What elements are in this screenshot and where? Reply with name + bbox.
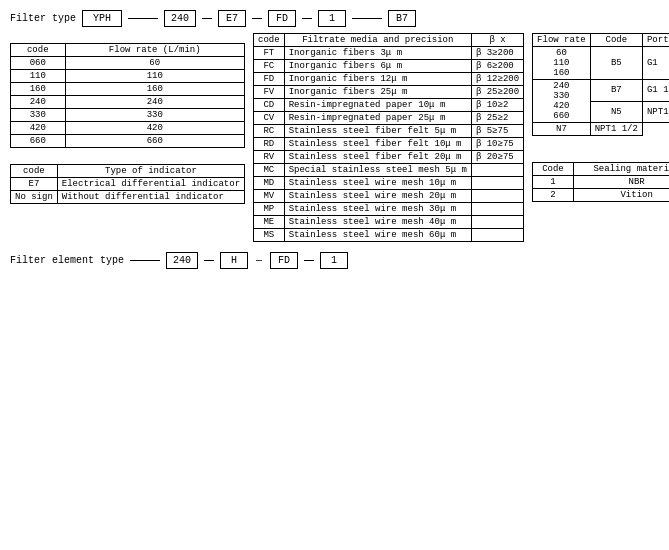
table-row: FCInorganic fibers 6μ mβ 6≥200 [254, 60, 524, 73]
footer-box3: FD [270, 252, 298, 269]
table-row: 330330 [11, 109, 245, 122]
footer-dash: — [256, 255, 262, 266]
top-row: Filter type YPH 240 E7 FD 1 B7 [10, 10, 659, 27]
table-row: 110110 [11, 70, 245, 83]
table-row: FDInorganic fibers 12μ mβ 12≥200 [254, 73, 524, 86]
table-row: 240240 [11, 96, 245, 109]
table-row: 660660 [11, 135, 245, 148]
indicator-col1: code [11, 165, 58, 178]
table-row: 2Vition [533, 189, 669, 202]
table-row: RCStainless steel fiber felt 5μ mβ 5≥75 [254, 125, 524, 138]
box3: FD [268, 10, 296, 27]
filter-media-table: code Filtrate media and precision β x FT… [253, 33, 524, 242]
seal-col1: Code [533, 163, 574, 176]
table-row: MDStainless steel wire mesh 10μ m [254, 177, 524, 190]
table-row: RDStainless steel fiber felt 10μ mβ 10≥7… [254, 138, 524, 151]
port-col2: Code [590, 34, 642, 47]
center-table-wrap: code Filtrate media and precision β x FT… [253, 33, 524, 242]
table-row: 160160 [11, 83, 245, 96]
table-row: N7NPT1 1/2 [533, 123, 669, 136]
bottom-row: Filter element type 240 H — FD 1 [10, 252, 659, 269]
box2: E7 [218, 10, 246, 27]
table-row: No signWithout differential indicator [11, 191, 245, 204]
table-row: MPStainless steel wire mesh 30μ m [254, 203, 524, 216]
table-row: 240 330 420 660B7G1 1/2 [533, 80, 669, 102]
table-row: 420420 [11, 122, 245, 135]
table-row: MCSpecial stainless steel mesh 5μ m [254, 164, 524, 177]
flow-table-col1: code [11, 44, 66, 57]
table-row: FTInorganic fibers 3μ mβ 3≥200 [254, 47, 524, 60]
footer-box1: 240 [166, 252, 198, 269]
box4: 1 [318, 10, 346, 27]
seal-col2: Sealing material [573, 163, 669, 176]
fm-col1: code [254, 34, 285, 47]
table-row: 60 110 160B5G1 [533, 47, 669, 80]
indicator-col2: Type of indicator [57, 165, 244, 178]
footer-box4: 1 [320, 252, 348, 269]
code-yph-box: YPH [82, 10, 122, 27]
port-col1: Flow rate [533, 34, 591, 47]
table-row: RVStainless steel fiber felt 20μ mβ 20≥7… [254, 151, 524, 164]
table-row: CDResin-impregnated paper 10μ mβ 10≥2 [254, 99, 524, 112]
table-row: E7Electrical differential indicator [11, 178, 245, 191]
filter-type-label: Filter type [10, 13, 76, 24]
sealing-table: Code Sealing material 1NBR2Vition [532, 162, 669, 202]
left-section: code Flow rate (L/min) 06060110110160160… [10, 43, 245, 242]
port-col3: Port sixe [642, 34, 669, 47]
table-row: 1NBR [533, 176, 669, 189]
flow-rate-table: code Flow rate (L/min) 06060110110160160… [10, 43, 245, 148]
box5: B7 [388, 10, 416, 27]
fm-col2: Filtrate media and precision [284, 34, 471, 47]
indicator-table: code Type of indicator E7Electrical diff… [10, 164, 245, 204]
footer-box2: H [220, 252, 248, 269]
fm-col3: β x [471, 34, 523, 47]
table-row: FVInorganic fibers 25μ mβ 25≥200 [254, 86, 524, 99]
box1: 240 [164, 10, 196, 27]
table-row: MSStainless steel wire mesh 60μ m [254, 229, 524, 242]
right-section: Flow rate Code Port sixe 60 110 160B5G12… [532, 33, 669, 242]
port-table: Flow rate Code Port sixe 60 110 160B5G12… [532, 33, 669, 136]
table-row: MEStainless steel wire mesh 40μ m [254, 216, 524, 229]
table-row: CVResin-impregnated paper 25μ mβ 25≥2 [254, 112, 524, 125]
flow-table-col2: Flow rate (L/min) [65, 44, 245, 57]
filter-element-label: Filter element type [10, 255, 124, 266]
table-row: 06060 [11, 57, 245, 70]
page-container: Filter type YPH 240 E7 FD 1 B7 code Flow… [0, 0, 669, 550]
table-row: MVStainless steel wire mesh 20μ m [254, 190, 524, 203]
main-area: code Flow rate (L/min) 06060110110160160… [10, 33, 659, 242]
